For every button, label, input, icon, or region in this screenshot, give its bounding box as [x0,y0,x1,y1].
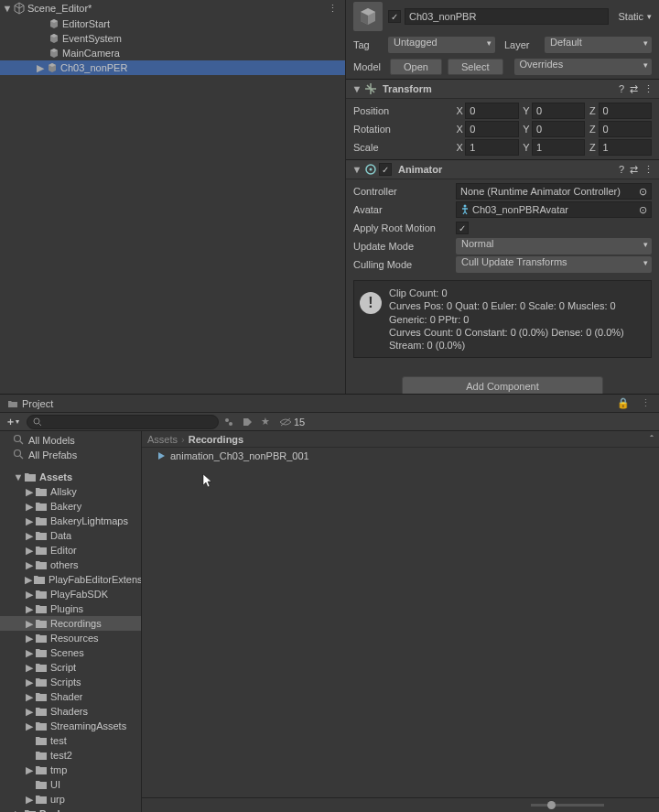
folder-item[interactable]: ▶Shader [0,689,141,704]
transform-component-header[interactable]: ▼ Transform ? ⇄ ⋮ [346,79,659,99]
avatar-object-field[interactable]: Ch03_nonPBRAvatar ⊙ [456,201,652,218]
folder-foldout-icon[interactable]: ▶ [24,764,35,776]
folder-item[interactable]: ▶Scripts [0,675,141,689]
folder-foldout-icon[interactable]: ▶ [24,794,35,806]
favorite-item[interactable]: All Models [0,433,141,448]
folder-foldout-icon[interactable]: ▶ [24,720,35,732]
folder-item[interactable]: ▶others [0,558,141,572]
hierarchy-item[interactable]: MainCamera [0,46,345,60]
favorite-star-icon[interactable]: ★ [257,415,274,429]
static-dropdown-icon[interactable]: ▾ [647,12,652,21]
animator-more-icon[interactable]: ⋮ [643,164,654,176]
filter-by-label-icon[interactable] [239,415,255,429]
packages-foldout-icon[interactable]: ▶ [13,808,24,813]
folder-foldout-icon[interactable]: ▶ [24,589,35,601]
gameobject-active-checkbox[interactable] [388,10,401,23]
transform-more-icon[interactable]: ⋮ [643,83,654,95]
transform-preset-icon[interactable]: ⇄ [630,83,638,95]
folder-item[interactable]: ▶Shaders [0,704,141,719]
model-open-button[interactable]: Open [390,59,442,75]
project-tab[interactable]: Project [0,395,60,412]
folder-item[interactable]: ▶PlayFabSDK [0,587,141,601]
folder-item[interactable]: ▶Scenes [0,645,141,660]
animator-foldout-icon[interactable]: ▼ [351,164,362,175]
folder-item[interactable]: ▶Data [0,528,141,543]
folder-item[interactable]: test [0,733,141,748]
folder-item[interactable]: ▶Bakery [0,499,141,514]
folder-item[interactable]: test2 [0,748,141,763]
apply-root-checkbox[interactable] [456,222,469,234]
folder-item[interactable]: ▶Script [0,660,141,675]
rotation-z-input[interactable] [599,121,652,137]
controller-picker-icon[interactable]: ⊙ [639,186,647,198]
position-y-input[interactable] [532,103,585,119]
assets-foldout-icon[interactable]: ▼ [13,471,24,482]
hierarchy-more-icon[interactable]: ⋮ [322,3,343,15]
transform-help-icon[interactable]: ? [619,83,624,95]
folder-foldout-icon[interactable]: ▶ [24,706,35,718]
folder-foldout-icon[interactable]: ▶ [24,677,35,688]
scene-foldout-icon[interactable]: ▼ [2,3,13,14]
hidden-count[interactable]: 15 [279,417,305,428]
folder-foldout-icon[interactable]: ▶ [24,545,35,557]
overrides-dropdown[interactable]: Overrides [514,59,653,75]
gameobject-cube-icon[interactable] [353,2,383,31]
animator-enable-checkbox[interactable] [379,163,392,176]
folder-item[interactable]: ▶Editor [0,543,141,558]
folder-foldout-icon[interactable]: ▶ [24,662,35,674]
create-asset-button[interactable]: ＋▾ [4,415,21,428]
folder-item[interactable]: ▶StreamingAssets [0,719,141,733]
folder-foldout-icon[interactable]: ▶ [24,530,35,542]
folder-item[interactable]: ▶Allsky [0,484,141,499]
folder-item[interactable]: ▶tmp [0,763,141,777]
favorite-item[interactable]: All Prefabs [0,448,141,462]
folder-foldout-icon[interactable]: ▶ [24,501,35,513]
hierarchy-item[interactable]: EventSystem [0,31,345,46]
controller-object-field[interactable]: None (Runtime Animator Controller) ⊙ [456,183,652,200]
update-mode-dropdown[interactable]: Normal [456,238,652,254]
transform-foldout-icon[interactable]: ▼ [351,83,362,94]
animator-component-header[interactable]: ▼ Animator ? ⇄ ⋮ [346,159,659,179]
folder-item[interactable]: ▶PlayFabEditorExtensions [0,572,141,587]
scale-z-input[interactable] [599,139,652,156]
thumbnail-size-slider[interactable] [142,797,659,812]
folder-foldout-icon[interactable]: ▶ [24,515,35,527]
folder-foldout-icon[interactable]: ▶ [24,691,35,703]
avatar-picker-icon[interactable]: ⊙ [639,204,647,216]
folder-foldout-icon[interactable]: ▶ [24,633,35,644]
hierarchy-item[interactable]: EditorStart [0,16,345,31]
layer-dropdown[interactable]: Default [545,37,652,53]
foldout-icon[interactable]: ▶ [35,62,46,74]
panel-more-icon[interactable]: ⋮ [637,396,654,411]
breadcrumb-assets[interactable]: Assets [147,434,178,445]
position-x-input[interactable] [465,103,518,119]
culling-mode-dropdown[interactable]: Cull Update Transforms [456,256,652,273]
scale-x-input[interactable] [465,139,518,156]
folder-foldout-icon[interactable]: ▶ [24,618,35,630]
folder-foldout-icon[interactable]: ▶ [24,574,33,586]
asset-item[interactable]: animation_Ch03_nonPBR_001 [142,448,659,464]
folder-item[interactable]: ▶Resources [0,631,141,645]
folder-item[interactable]: ▶Plugins [0,601,141,616]
folder-item[interactable]: ▶BakeryLightmaps [0,514,141,528]
folder-foldout-icon[interactable]: ▶ [24,603,35,615]
animator-help-icon[interactable]: ? [619,164,624,176]
rotation-x-input[interactable] [465,121,518,137]
filter-by-type-icon[interactable] [221,415,237,429]
breadcrumb-current[interactable]: Recordings [189,434,244,445]
rotation-y-input[interactable] [532,121,585,137]
folder-item[interactable]: ▶urp [0,792,141,807]
model-select-button[interactable]: Select [448,59,503,75]
folder-item[interactable]: UI [0,777,141,792]
folder-foldout-icon[interactable]: ▶ [24,559,35,571]
gameobject-name-input[interactable] [405,8,609,25]
project-search-input[interactable] [27,415,219,429]
scale-y-input[interactable] [532,139,585,156]
scene-header[interactable]: ▼ Scene_Editor* ⋮ [0,0,345,16]
assets-root[interactable]: ▼ Assets [0,470,141,484]
lock-icon[interactable]: 🔒 [615,396,632,411]
folder-item[interactable]: ▶Recordings [0,616,141,631]
folder-foldout-icon[interactable]: ▶ [24,647,35,659]
packages-root[interactable]: ▶ Packages [0,807,141,812]
collapse-icon[interactable]: ˆ [650,434,654,445]
